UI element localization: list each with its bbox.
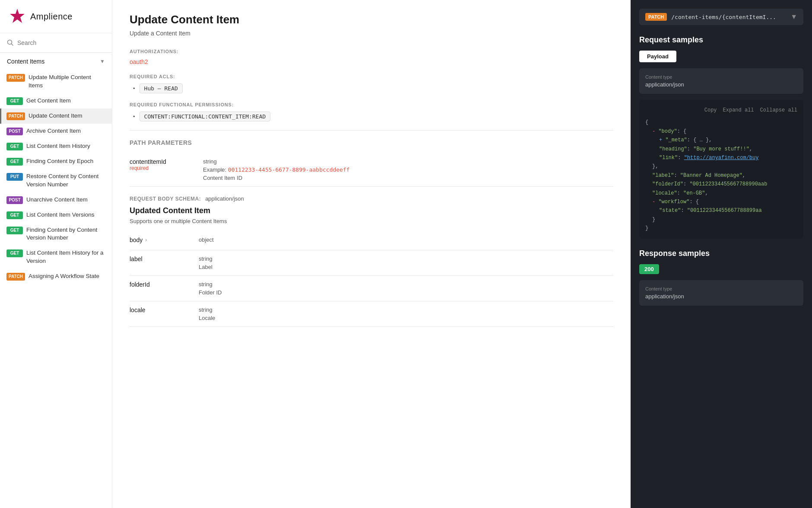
endpoint-chevron-icon[interactable]: ▼ [790, 13, 797, 21]
required-acls-label: REQUIRED ACLS: [130, 74, 613, 79]
sidebar-item-label: List Content Item History for a Version [26, 249, 105, 265]
sidebar-item-finding-by-epoch[interactable]: GET Finding Content by Epoch [0, 154, 112, 169]
body-param-type: string [199, 307, 215, 313]
auth-value: oauth2 [130, 58, 613, 65]
sidebar-item-list-versions[interactable]: GET List Content Item Versions [0, 208, 112, 223]
method-badge-patch: PATCH [6, 273, 25, 281]
method-badge-get: GET [6, 211, 23, 219]
request-samples-title: Request samples [639, 35, 803, 45]
sidebar-item-label: Unarchive Content Item [26, 196, 88, 204]
response-samples-title: Response samples [639, 249, 803, 258]
request-body-schema-row: REQUEST BODY SCHEMA: application/json [130, 195, 613, 202]
request-code-block: Copy Expand all Collapse all { - "body":… [639, 100, 803, 239]
param-name: contentItemId [130, 158, 194, 165]
sidebar-item-archive-content-item[interactable]: POST Archive Content Item [0, 124, 112, 139]
method-badge-patch: PATCH [6, 74, 25, 82]
body-param-desc: Label [199, 264, 213, 270]
endpoint-bar: PATCH /content-items/{contentItemI... ▼ [639, 9, 803, 25]
perm-value: CONTENT:FUNCTIONAL:CONTENT_ITEM:READ [133, 112, 613, 121]
sidebar-section-header[interactable]: Content Items ▼ [0, 53, 112, 70]
sidebar-item-unarchive[interactable]: POST Unarchive Content Item [0, 192, 112, 208]
param-required: required [130, 165, 194, 171]
method-badge-get: GET [6, 158, 23, 166]
expand-icon[interactable]: › [145, 237, 147, 243]
body-param-type: string [199, 281, 222, 288]
sidebar-item-label: Finding Content by Epoch [26, 157, 93, 166]
sidebar-item-label: Assigning A Workflow State [29, 272, 99, 281]
response-content-type-label: Content type [645, 286, 797, 291]
code-toolbar: Copy Expand all Collapse all [645, 106, 797, 115]
right-panel: PATCH /content-items/{contentItemI... ▼ … [631, 0, 812, 508]
sidebar-item-update-content-item[interactable]: PATCH Update Content Item [0, 109, 112, 124]
body-param-folderid: folderId string Folder ID [130, 276, 613, 301]
method-badge-post: POST [6, 196, 23, 204]
sidebar-item-restore-content[interactable]: PUT Restore Content by Content Version N… [0, 169, 112, 192]
sidebar-section-label: Content Items [7, 58, 44, 65]
body-param-name-text: locale [130, 307, 146, 313]
body-param-desc: Folder ID [199, 289, 222, 296]
param-type: string [203, 158, 613, 165]
body-param-name-text: folderId [130, 281, 150, 288]
authorizations-label: AUTHORIZATIONS: [130, 49, 613, 54]
sidebar-item-finding-by-version[interactable]: GET Finding Content by Content Version N… [0, 223, 112, 246]
response-status-badge[interactable]: 200 [639, 264, 659, 274]
page-title: Update Content Item [130, 13, 613, 26]
method-badge-get: GET [6, 249, 23, 257]
content-type-label: Content type [645, 74, 797, 80]
method-badge-post: POST [6, 128, 23, 135]
perm-pill: CONTENT:FUNCTIONAL:CONTENT_ITEM:READ [140, 112, 271, 121]
body-param-type: string [199, 256, 213, 262]
page-subtitle: Update a Content Item [130, 30, 613, 37]
method-badge-get: GET [6, 97, 23, 105]
sidebar-item-label: Finding Content by Content Version Numbe… [26, 226, 105, 243]
svg-marker-0 [10, 9, 25, 23]
main-content: Update Content Item Update a Content Ite… [112, 0, 631, 508]
acl-pill: Hub – READ [140, 83, 183, 93]
payload-tab[interactable]: Payload [639, 51, 676, 62]
body-param-type: object [199, 236, 214, 243]
collapse-all-button[interactable]: Collapse all [760, 106, 797, 115]
logo: Amplience [0, 0, 112, 33]
body-title: Updated Content Item [130, 206, 613, 215]
required-perms-label: REQUIRED FUNCTIONAL PERMISSIONS: [130, 102, 613, 107]
sidebar-item-update-multiple[interactable]: PATCH Update Multiple Content Items [0, 70, 112, 93]
method-badge-patch: PATCH [6, 112, 25, 120]
body-param-label: label string Label [130, 250, 613, 276]
acl-value: Hub – READ [133, 83, 613, 93]
search-input[interactable] [17, 39, 105, 46]
example-label: Example: [203, 166, 226, 173]
sidebar-items-list: PATCH Update Multiple Content Items GET … [0, 70, 112, 284]
sidebar-item-get-content-item[interactable]: GET Get Content Item [0, 93, 112, 109]
chevron-down-icon: ▼ [100, 58, 105, 64]
sidebar-item-list-history[interactable]: GET List Content Item History [0, 139, 112, 154]
sidebar-item-label: Restore Content by Content Version Numbe… [26, 173, 105, 189]
amplience-logo-icon [9, 8, 26, 25]
body-param-name-text: body [130, 236, 143, 243]
path-params-title: PATH PARAMETERS [130, 139, 613, 146]
sidebar-item-list-history-version[interactable]: GET List Content Item History for a Vers… [0, 246, 112, 269]
body-param-desc: Locale [199, 315, 215, 321]
sidebar-item-label: Update Content Item [29, 112, 82, 120]
body-param-locale: locale string Locale [130, 301, 613, 327]
sidebar-item-label: List Content Item Versions [26, 211, 95, 219]
param-example: Example: 00112233-4455-6677-8899-aabbccd… [203, 166, 613, 173]
param-description: Content Item ID [203, 175, 613, 181]
code-content: { - "body": { + "_meta": { … }, "heading… [645, 118, 797, 233]
sidebar-item-assigning-workflow[interactable]: PATCH Assigning A Workflow State [0, 269, 112, 284]
search-bar[interactable] [0, 33, 112, 53]
response-section: Response samples 200 Content type applic… [639, 249, 803, 306]
body-param-name-text: label [130, 256, 143, 262]
method-badge-put: PUT [6, 173, 23, 181]
endpoint-path: /content-items/{contentItemI... [671, 14, 786, 20]
copy-button[interactable]: Copy [704, 106, 717, 115]
expand-all-button[interactable]: Expand all [723, 106, 754, 115]
content-type-value: application/json [645, 81, 797, 88]
svg-line-2 [12, 44, 13, 46]
body-param-body: body › object [130, 231, 613, 250]
example-value: 00112233-4455-6677-8899-aabbccddeeff [228, 166, 350, 173]
endpoint-method-badge: PATCH [645, 13, 667, 21]
sidebar-item-label: Get Content Item [26, 97, 71, 105]
perm-section: REQUIRED FUNCTIONAL PERMISSIONS: CONTENT… [130, 102, 613, 121]
acl-section: REQUIRED ACLS: Hub – READ [130, 74, 613, 93]
sidebar-item-label: Archive Content Item [26, 127, 81, 135]
